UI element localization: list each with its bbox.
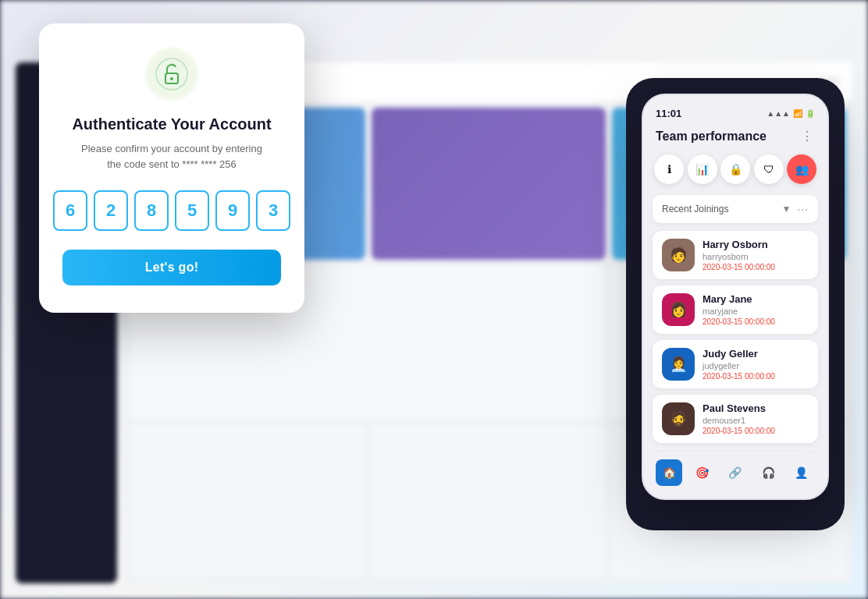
phone-app-title: Team performance bbox=[656, 129, 767, 144]
team-icon: 👥 bbox=[795, 163, 809, 175]
svg-point-2 bbox=[170, 77, 173, 80]
auth-modal: Authenticate Your Account Please confirm… bbox=[39, 23, 304, 313]
chart-icon-circle[interactable]: 📊 bbox=[688, 154, 717, 184]
lock-icon bbox=[155, 58, 188, 90]
lock-small-icon: 🔒 bbox=[729, 163, 742, 175]
chart-icon: 📊 bbox=[695, 163, 709, 175]
signal-icon: ▲▲▲ bbox=[767, 109, 790, 118]
auth-subtitle: Please confirm your account by entering … bbox=[78, 141, 265, 172]
code-digit-3[interactable]: 8 bbox=[134, 190, 169, 231]
avatar-harry: 🧑 bbox=[662, 239, 695, 271]
user-info-mary: Mary Jane maryjane 2020-03-15 00:00:00 bbox=[703, 293, 775, 326]
info-icon-circle[interactable]: ℹ bbox=[654, 154, 684, 184]
user-handle-judy: judygeller bbox=[703, 361, 775, 370]
lock-icon-wrapper bbox=[144, 47, 199, 101]
user-name-judy: Judy Geller bbox=[703, 348, 775, 360]
code-digit-5[interactable]: 9 bbox=[215, 190, 250, 231]
phone-bottom-nav: 🏠 🎯 🔗 🎧 👤 bbox=[653, 451, 818, 486]
code-digit-4[interactable]: 5 bbox=[175, 190, 209, 231]
code-digit-1[interactable]: 6 bbox=[53, 190, 87, 231]
headset-icon: 🎧 bbox=[762, 466, 775, 479]
recent-joinings-dropdown[interactable]: Recent Joinings ▼ ··· bbox=[653, 195, 818, 223]
ellipsis-icon[interactable]: ··· bbox=[797, 203, 809, 215]
user-card-judy[interactable]: 👩‍💼 Judy Geller judygeller 2020-03-15 00… bbox=[653, 340, 818, 388]
team-icon-circle[interactable]: 👥 bbox=[787, 154, 816, 184]
phone-time: 11:01 bbox=[656, 108, 681, 119]
nav-target-button[interactable]: 🎯 bbox=[689, 459, 716, 486]
user-handle-mary: maryjane bbox=[703, 307, 775, 316]
avatar-judy: 👩‍💼 bbox=[662, 348, 695, 381]
user-card-mary[interactable]: 👩 Mary Jane maryjane 2020-03-15 00:00:00 bbox=[653, 285, 818, 334]
phone-status-bar: 11:01 ▲▲▲ 📶 🔋 bbox=[653, 108, 818, 119]
user-name-mary: Mary Jane bbox=[703, 293, 775, 305]
avatar-mary: 👩 bbox=[662, 293, 695, 326]
lock-icon-circle[interactable]: 🔒 bbox=[720, 154, 750, 184]
wifi-icon: 📶 bbox=[793, 109, 802, 118]
phone-header: Team performance ⋮ bbox=[653, 129, 818, 144]
target-icon: 🎯 bbox=[695, 466, 709, 479]
battery-icon: 🔋 bbox=[806, 109, 815, 118]
nav-home-button[interactable]: 🏠 bbox=[656, 459, 682, 486]
user-card-harry[interactable]: 🧑 Harry Osborn harryosborn 2020-03-15 00… bbox=[653, 231, 818, 279]
user-name-paul: Paul Stevens bbox=[703, 402, 775, 414]
link-icon: 🔗 bbox=[728, 466, 742, 479]
nav-profile-button[interactable]: 👤 bbox=[788, 459, 815, 486]
user-date-mary: 2020-03-15 00:00:00 bbox=[703, 317, 775, 326]
profile-icon: 👤 bbox=[795, 466, 808, 479]
user-handle-paul: demouser1 bbox=[703, 416, 775, 425]
auth-title: Authenticate Your Account bbox=[72, 115, 271, 133]
nav-headset-button[interactable]: 🎧 bbox=[755, 459, 781, 486]
phone-mockup: 11:01 ▲▲▲ 📶 🔋 Team performance ⋮ ℹ 📊 🔒 🛡… bbox=[642, 94, 829, 500]
code-input-group: 6 2 8 5 9 3 bbox=[53, 190, 290, 231]
user-name-harry: Harry Osborn bbox=[703, 239, 775, 250]
lets-go-button[interactable]: Let's go! bbox=[62, 250, 281, 285]
chevron-down-icon: ▼ bbox=[781, 204, 791, 214]
icon-circles-row: ℹ 📊 🔒 🛡 👥 bbox=[653, 154, 818, 184]
user-info-harry: Harry Osborn harryosborn 2020-03-15 00:0… bbox=[703, 239, 775, 271]
phone-status-icons: ▲▲▲ 📶 🔋 bbox=[767, 109, 815, 118]
user-date-harry: 2020-03-15 00:00:00 bbox=[703, 263, 775, 271]
code-digit-6[interactable]: 3 bbox=[256, 190, 290, 231]
home-icon: 🏠 bbox=[663, 466, 676, 479]
user-handle-harry: harryosborn bbox=[703, 252, 775, 261]
user-info-paul: Paul Stevens demouser1 2020-03-15 00:00:… bbox=[703, 402, 775, 435]
dropdown-actions: ▼ ··· bbox=[781, 203, 809, 215]
user-date-judy: 2020-03-15 00:00:00 bbox=[703, 372, 775, 381]
shield-icon-circle[interactable]: 🛡 bbox=[754, 154, 784, 184]
user-date-paul: 2020-03-15 00:00:00 bbox=[703, 427, 775, 435]
user-card-paul[interactable]: 🧔 Paul Stevens demouser1 2020-03-15 00:0… bbox=[653, 395, 818, 443]
avatar-paul: 🧔 bbox=[662, 402, 695, 435]
more-options-button[interactable]: ⋮ bbox=[801, 129, 815, 144]
nav-link-button[interactable]: 🔗 bbox=[722, 459, 749, 486]
shield-icon: 🛡 bbox=[763, 163, 774, 175]
code-digit-2[interactable]: 2 bbox=[94, 190, 128, 231]
dropdown-label: Recent Joinings bbox=[662, 204, 728, 214]
user-info-judy: Judy Geller judygeller 2020-03-15 00:00:… bbox=[703, 348, 775, 381]
info-icon: ℹ bbox=[667, 163, 671, 175]
